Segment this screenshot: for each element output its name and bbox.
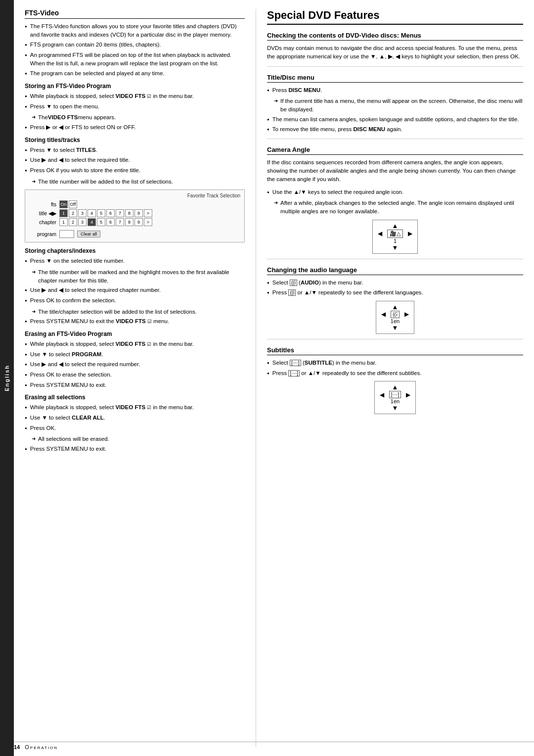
list-item: While playback is stopped, select VIDEO … (25, 403, 245, 412)
storing-fts-heading: Storing an FTS-Video Program (25, 83, 245, 90)
erasing-all-list2: Press SYSTEM MENU to exit. (25, 445, 245, 453)
fts-cell: 5 (97, 209, 105, 217)
fts-cell: 8 (125, 209, 134, 217)
erasing-fts-heading: Erasing an FTS-Video Program (25, 331, 245, 337)
footer-page-number: 14 (14, 744, 20, 750)
fts-cell: 3 (78, 218, 87, 226)
list-item: To remove the title menu, press DISC MEN… (267, 125, 523, 134)
fts-cell: 7 (116, 209, 124, 217)
fts-cell: 1 (59, 218, 68, 226)
left-column: FTS-Video The FTS-Video function allows … (14, 9, 256, 747)
title-disc-menu-list: Press DISC MENU. (267, 86, 523, 94)
checking-contents-intro: DVDs may contain menus to navigate the d… (267, 44, 523, 61)
fts-program-label: program (29, 231, 56, 237)
fts-program-value (59, 230, 74, 238)
divider (267, 259, 523, 259)
fts-cells-onoff: On Off (59, 200, 77, 208)
camera-icon-symbol: 🎥△ (387, 230, 403, 238)
storing-fts-list2: Press ▶ or ◀ or FTS to select ON or OFF. (25, 123, 245, 132)
storing-chapters-list3: Press SYSTEM MENU to exit the VIDEO FTS … (25, 317, 245, 326)
fts-cells-title: 1 2 3 4 5 6 7 8 9 > (59, 209, 152, 217)
fts-row-title: title ◀▶ 1 2 3 4 5 6 7 8 9 > (29, 209, 240, 217)
fts-clear-all-button[interactable]: Clear all (77, 231, 100, 237)
page: English FTS-Video The FTS-Video function… (0, 0, 534, 756)
camera-angle-intro: If the disc contains sequences recorded … (267, 158, 523, 184)
fts-row-onoff: fts On Off (29, 200, 240, 208)
arrow-item: The title number will be added to the li… (32, 178, 245, 186)
nav-left-icon: ◀ (381, 311, 386, 318)
storing-titles-list: Press ▼ to select TITLES. Use ▶ and ◀ to… (25, 146, 245, 175)
list-item: Press ▼ on the selected title number. (25, 257, 245, 265)
list-item: The FTS-Video function allows you to sto… (25, 22, 245, 39)
fts-cell-off: Off (69, 200, 77, 208)
fts-cell: 6 (106, 209, 115, 217)
nav-left-icon: ◀ (380, 391, 384, 398)
nav-center-label: 1 (378, 238, 412, 244)
divider (267, 139, 523, 139)
list-item: Press OK to confirm the selection. (25, 296, 245, 305)
list-item: Use ▶ and ◀ to select the required chapt… (25, 286, 245, 294)
nav-down-arrow: ▼ (381, 324, 409, 331)
list-item: While playback is stopped, select VIDEO … (25, 340, 245, 348)
fts-row-chapter: chapter 1 2 3 4 5 6 7 8 9 > (29, 218, 240, 226)
list-item: Press SYSTEM MENU to exit. (25, 445, 245, 453)
list-item: Use ▼ to select PROGRAM. (25, 350, 245, 359)
nav-center-label: 1en (380, 398, 411, 404)
nav-up-arrow: ▲ (380, 383, 411, 391)
fts-cell-on: On (59, 200, 68, 208)
fts-video-title: FTS-Video (25, 9, 245, 19)
arrow-item: All selections will be erased. (32, 435, 245, 443)
list-item: An programmed FTS will be placed on top … (25, 51, 245, 67)
list-item: Press OK if you wish to store the entire… (25, 166, 245, 175)
audio-icon-symbol: ((ı̈ (391, 311, 400, 318)
subtitle-nav: ▲ ◀ [····] ▶ 1en ▼ (374, 381, 416, 414)
fts-cell: 4 (88, 209, 96, 217)
list-item: Use ▼ to select CLEAR ALL. (25, 414, 245, 422)
fts-label-fts: fts (29, 201, 56, 207)
side-label-text: English (4, 365, 10, 391)
nav-left-icon: ◀ (378, 230, 382, 237)
fts-program-row: program Clear all (29, 230, 240, 238)
nav-row: ◀ ((ı̈ ▶ (381, 311, 409, 318)
list-item: Press [····] or ▲/▼ repeatedly to see th… (267, 369, 523, 378)
checking-contents-heading: Checking the contents of DVD-Video discs… (267, 32, 523, 41)
fts-cell: 9 (134, 209, 143, 217)
list-item: Select [····] (SUBTITLE) in the menu bar… (267, 359, 523, 367)
camera-angle-list: Use the ▲/▼ keys to select the required … (267, 188, 523, 196)
fts-cell: 8 (125, 218, 134, 226)
list-item: Press ((ϊ or ▲/▼ repeatedly to see the … (267, 288, 523, 297)
arrow-item: The VIDEO FTS menu appears. (32, 113, 245, 122)
nav-down-arrow: ▼ (378, 244, 412, 251)
subtitle-icon-box: ▲ ◀ [····] ▶ 1en ▼ (267, 381, 523, 414)
footer-section: Operation (25, 744, 58, 750)
changing-audio-heading: Changing the audio language (267, 266, 523, 275)
nav-up-arrow: ▲ (378, 222, 412, 230)
special-dvd-title: Special DVD Features (267, 9, 523, 25)
fts-table-title: Favorite Track Selection (29, 193, 240, 198)
nav-right-icon: ▶ (408, 230, 412, 237)
nav-center-label: 1en (381, 318, 409, 324)
camera-angle-heading: Camera Angle (267, 146, 523, 155)
nav-right-icon: ▶ (404, 311, 409, 318)
subtitles-list: Select [····] (SUBTITLE) in the menu bar… (267, 359, 523, 377)
divider (267, 66, 523, 67)
arrow-item: After a while, playback changes to the s… (274, 199, 523, 215)
fts-cell: 7 (116, 218, 124, 226)
nav-down-arrow: ▼ (380, 404, 411, 412)
nav-right-icon: ▶ (406, 391, 410, 398)
list-item: The program can be selected and played a… (25, 69, 245, 78)
audio-icon-box: ▲ ◀ ((ı̈ ▶ 1en ▼ (267, 301, 523, 334)
storing-chapters-list: Press ▼ on the selected title number. (25, 257, 245, 265)
list-item: Press ▼ to select TITLES. (25, 146, 245, 154)
side-label: English (0, 0, 14, 756)
list-item: While playback is stopped, select VIDEO … (25, 92, 245, 100)
list-item: The menu can list camera angles, spoken … (267, 115, 523, 124)
footer: 14 Operation (14, 742, 534, 750)
camera-angle-nav: ▲ ◀ 🎥△ ▶ 1 ▼ (372, 220, 418, 254)
fts-label-chapter: chapter (29, 219, 56, 225)
fts-cell: 6 (106, 218, 115, 226)
storing-chapters-heading: Storing chapters/indexes (25, 247, 245, 254)
fts-cells-chapter: 1 2 3 4 5 6 7 8 9 > (59, 218, 152, 226)
fts-table: Favorite Track Selection fts On Off titl… (25, 189, 245, 242)
list-item: Press ▶ or ◀ or FTS to select ON or OFF. (25, 123, 245, 132)
